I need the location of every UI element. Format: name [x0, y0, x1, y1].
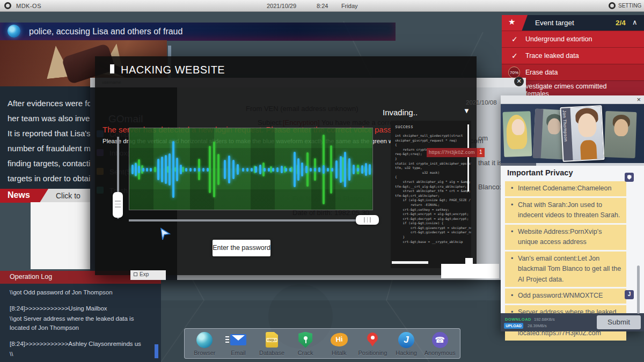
app-label: Anonymous: [424, 350, 456, 356]
event-flag: ★: [502, 15, 528, 31]
gear-icon[interactable]: [609, 2, 616, 9]
chevron-up-icon[interactable]: ∧: [632, 18, 638, 26]
operation-log-scrollbar[interactable]: [155, 344, 158, 358]
event-item[interactable]: ✓Underground extortion: [502, 31, 644, 47]
event-target-header[interactable]: ★ Event target 2/4 ∧: [502, 15, 644, 31]
crack-icon: [298, 332, 312, 348]
blue-wave-bar: [172, 141, 174, 198]
code-line: }: [395, 157, 467, 161]
event-item-label: Underground extortion: [525, 35, 592, 43]
app-label: Browser: [188, 350, 221, 356]
system-time: 8:24: [317, 3, 328, 9]
game-screen: MDK-OS 2021/10/29 8:24 Friday SETTING po…: [0, 0, 644, 362]
blue-wave-bar: [131, 165, 134, 174]
code-line: crt-&gt;setkey = setkey;: [395, 208, 467, 212]
portrait-card-selected[interactable]: Jon Thompson: [560, 105, 604, 162]
upload-value: 28.39MB/s: [528, 323, 547, 328]
blue-wave-bar: [335, 160, 338, 179]
privacy-titlebar: ×: [501, 95, 644, 104]
blue-wave-bar: [259, 165, 261, 174]
blue-wave-bar: [264, 168, 266, 172]
code-line: if (alg-&gt;ivsize) {: [395, 221, 467, 226]
green-wave-bar: [213, 142, 215, 197]
portrait-card[interactable]: [503, 111, 532, 157]
event-target-title: Event target: [535, 19, 574, 27]
system-day: Friday: [341, 3, 358, 9]
blue-wave-bar: [142, 168, 144, 172]
news-headline[interactable]: police, accusing Lisa and others of frau…: [29, 27, 182, 36]
code-vertical-scrollbar[interactable]: [467, 124, 469, 191]
enter-password-button[interactable]: Enter the password: [213, 240, 270, 256]
code-line: tfm-&gt;__crt_alg-&gt;cra_ablkcipher;: [395, 184, 467, 189]
app-database[interactable]: <SQL>Database: [256, 331, 288, 356]
os-topbar: MDK-OS 2021/10/29 8:24 Friday SETTING: [0, 0, 644, 12]
privacy-panel: × Jon Thompson: [501, 95, 644, 331]
dropdown-icon[interactable]: ▼: [463, 107, 470, 115]
blue-wave-bar: [305, 166, 308, 173]
app-browser[interactable]: Browser: [188, 331, 221, 356]
blue-wave-bar: [289, 168, 291, 172]
horizontal-slider-handle[interactable]: [356, 215, 379, 225]
privacy-scrollbar[interactable]: [637, 265, 640, 314]
blue-wave-bar: [157, 159, 159, 180]
blue-wave-bar: [237, 164, 239, 175]
horizontal-slider-track[interactable]: [129, 219, 373, 221]
browser-icon: [196, 332, 213, 348]
blue-wave-bar: [314, 168, 316, 172]
green-wave-bar: [182, 167, 184, 172]
blue-wave-bar: [138, 166, 140, 173]
j-icon[interactable]: J: [625, 290, 634, 299]
privacy-item[interactable]: Chat with Sarah:Jon used to indecent vid…: [505, 198, 626, 223]
app-crack[interactable]: Crack: [289, 331, 321, 356]
green-wave-bar: [217, 154, 219, 185]
modal-title: HACKING WEBSITE: [110, 64, 225, 76]
highlighted-url-chip[interactable]: https://7H3jk0Z.com1: [427, 148, 485, 157]
portrait-card[interactable]: [604, 111, 637, 158]
blue-wave-bar: [198, 168, 200, 172]
log-line: [8:24]>>>>>>>>>>>>Using Mailbox: [10, 304, 150, 313]
event-item[interactable]: ✓Trace leaked data: [502, 47, 644, 64]
expand-button[interactable]: Exp: [130, 270, 166, 280]
app-label: Crack: [289, 350, 321, 356]
shield-icon[interactable]: [625, 173, 634, 182]
privacy-item[interactable]: Internet Codename:Chameleon: [505, 181, 626, 196]
news-more-link[interactable]: Click to: [56, 191, 80, 200]
app-positioning[interactable]: Positioning: [356, 331, 389, 356]
event-item-label: Erase data: [525, 69, 558, 76]
submit-button[interactable]: Submit: [597, 315, 641, 329]
app-hitalk[interactable]: HiHitalk: [323, 331, 355, 356]
email-fragment-blanco: Blanco:: [478, 183, 501, 191]
character-portraits[interactable]: Jon Thompson: [501, 104, 644, 163]
setting-button[interactable]: SETTING: [618, 3, 641, 9]
code-line: crt-&gt;givencrypt = skcipher_null_given…: [395, 226, 467, 231]
check-icon: ✓: [511, 35, 518, 43]
app-hacking[interactable]: JHacking: [390, 331, 422, 356]
email-fragment-om: om: [478, 134, 488, 142]
blue-wave-bar: [169, 153, 171, 186]
app-email[interactable]: Email: [222, 331, 254, 356]
green-wave-bar: [154, 167, 156, 172]
app-label: Hitalk: [323, 350, 355, 356]
code-horizontal-scrollbar[interactable]: [392, 261, 428, 264]
code-line: tfm, u32 type,: [395, 166, 467, 171]
vertical-slider-handle[interactable]: [113, 192, 123, 218]
privacy-item[interactable]: Website Address:PornXvip's unique access…: [505, 225, 626, 250]
news-ticker[interactable]: police, accusing Lisa and others of frau…: [0, 23, 396, 41]
app-anonymous[interactable]: ☎Anonymous: [424, 331, 456, 356]
email-date: 2021/10/08: [466, 99, 497, 106]
app-label: Email: [222, 350, 254, 356]
blue-wave-bar: [294, 152, 296, 187]
portrait-scrollbar[interactable]: [501, 163, 644, 166]
code-line: u32 mask): [395, 171, 467, 175]
app-label: Database: [256, 350, 288, 356]
privacy-item[interactable]: Odd password:WNMOXTCE: [505, 289, 626, 304]
code-line: crt-&gt;givdecrypt = skcipher_null_givde…: [395, 230, 467, 235]
star-icon: ★: [508, 17, 515, 27]
download-value: 192.68KB/s: [534, 317, 555, 322]
email-close-icon[interactable]: ✕: [514, 77, 524, 86]
code-line: tfm-&gt;crt_ablkcipher;: [395, 194, 467, 198]
privacy-item[interactable]: Van's email content:Let Jon blackmail To…: [505, 252, 626, 287]
blue-wave-bar: [207, 168, 209, 172]
close-icon[interactable]: ×: [636, 95, 641, 104]
app-label: Positioning: [356, 350, 389, 356]
